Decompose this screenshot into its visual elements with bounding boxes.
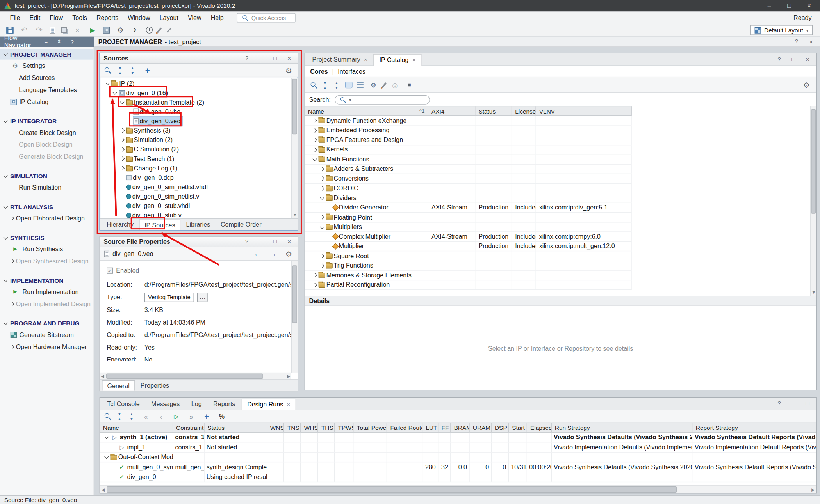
paste-icon[interactable]: [61, 27, 67, 33]
tree-item-div-gen-0-sim-netlist-v[interactable]: div_gen_0_sim_netlist.v: [100, 192, 291, 201]
target-disabled-icon[interactable]: ◎: [390, 80, 399, 90]
collapse-all-icon[interactable]: [323, 81, 329, 89]
add-icon[interactable]: +: [202, 412, 211, 421]
settings-icon[interactable]: ⚙: [116, 25, 125, 35]
expand-all-icon[interactable]: [130, 67, 136, 74]
chevron-right-icon[interactable]: [320, 167, 324, 171]
sources-vertical-scrollbar[interactable]: ▼: [291, 78, 298, 218]
column-header-lut[interactable]: LUT: [422, 423, 438, 432]
column-header-name[interactable]: Name^1: [305, 106, 428, 115]
sidebar-section-program-and-debug[interactable]: PROGRAM AND DEBUG: [0, 318, 94, 329]
sidebar-item-generate-block-design[interactable]: Generate Block Design: [0, 151, 94, 163]
settings-icon[interactable]: ⚙: [284, 66, 293, 75]
close-button[interactable]: ×: [806, 2, 813, 9]
settings-icon[interactable]: ⚙: [802, 80, 811, 90]
tree-item-div-gen-0-stub-v[interactable]: div_gen_0_stub.v: [100, 211, 291, 218]
column-header-run-strategy[interactable]: Run Strategy: [552, 423, 693, 432]
scrollbar-thumb[interactable]: [107, 486, 677, 493]
maximize-icon[interactable]: □: [270, 237, 280, 246]
catalog-row-multiplier[interactable]: MultiplierProductionIncludedxilinx.com:i…: [305, 241, 632, 251]
catalog-row-memories-storage-elements[interactable]: Memories & Storage Elements: [305, 271, 632, 280]
column-header-start[interactable]: Start: [509, 423, 527, 432]
menu-help[interactable]: Help: [206, 12, 228, 23]
catalog-row-math-functions[interactable]: Math Functions: [305, 154, 632, 164]
tab-hierarchy[interactable]: Hierarchy: [102, 220, 138, 230]
close-icon[interactable]: ×: [412, 57, 416, 63]
float-icon[interactable]: ⇕: [54, 37, 64, 46]
tree-item-div-gen-0-dcp[interactable]: div_gen_0.dcp: [100, 173, 291, 182]
scroll-down-icon[interactable]: ▼: [812, 291, 816, 295]
close-icon[interactable]: ×: [285, 237, 294, 246]
tab-design-runs[interactable]: Design Runs×: [241, 399, 296, 410]
tree-item-c-simulation-2[interactable]: C Simulation (2): [100, 145, 291, 154]
layout-selector[interactable]: Default Layout ▾: [750, 25, 813, 35]
catalog-row-kernels[interactable]: Kernels: [305, 145, 632, 155]
minimize-icon[interactable]: –: [789, 399, 798, 408]
maximize-button[interactable]: □: [786, 2, 793, 9]
catalog-row-embedded-processing[interactable]: Embedded Processing: [305, 126, 632, 135]
catalog-row-multipliers[interactable]: Multipliers: [305, 222, 632, 232]
menu-window[interactable]: Window: [123, 12, 155, 23]
chevron-down-icon[interactable]: [106, 81, 110, 85]
view-cores[interactable]: Cores: [310, 67, 328, 75]
sidebar-item-generate-bitstream[interactable]: Generate Bitstream: [0, 328, 94, 341]
chevron-right-icon[interactable]: [313, 119, 317, 122]
scrollbar-thumb[interactable]: [292, 79, 297, 134]
column-header-report-strategy[interactable]: Report Strategy: [693, 423, 816, 432]
chevron-right-icon[interactable]: [313, 138, 317, 142]
tab-log[interactable]: Log: [186, 398, 207, 410]
type-combo[interactable]: Verilog Template: [144, 293, 194, 302]
runs-horizontal-scrollbar[interactable]: ◀ ▶: [100, 485, 816, 493]
step-forward-icon[interactable]: »: [187, 412, 196, 421]
chevron-right-icon[interactable]: [120, 138, 124, 142]
chevron-down-icon[interactable]: [320, 224, 324, 228]
sidebar-item-run-simulation[interactable]: Run Simulation: [0, 181, 94, 193]
run-row-impl-1[interactable]: impl_1constrs_1Not startedVivado Impleme…: [100, 442, 816, 452]
help-icon[interactable]: ?: [792, 37, 801, 46]
catalog-row-cordic[interactable]: CORDIC: [305, 184, 632, 193]
column-header-name[interactable]: Name: [100, 423, 173, 432]
percent-icon[interactable]: %: [217, 412, 226, 421]
catalog-row-trig-functions[interactable]: Trig Functions: [305, 261, 632, 271]
column-header-failed-routes[interactable]: Failed Routes: [387, 423, 422, 432]
add-ip-icon[interactable]: [381, 82, 387, 88]
maximize-icon[interactable]: □: [270, 53, 280, 63]
expand-all-icon[interactable]: [129, 413, 135, 420]
sum-icon[interactable]: Σ: [131, 25, 140, 35]
sfp-panel-header[interactable]: Source File Properties ?–□×: [100, 237, 298, 247]
sfp-vertical-scrollbar[interactable]: [291, 261, 298, 373]
menu-flow[interactable]: Flow: [45, 12, 68, 23]
catalog-row-divider-generator[interactable]: Divider GeneratorAXI4-StreamProductionIn…: [305, 203, 632, 213]
chevron-right-icon[interactable]: [320, 176, 324, 180]
help-icon[interactable]: ?: [242, 237, 251, 246]
tree-item-div-gen-0-veo[interactable]: div_gen_0.veo: [100, 117, 291, 126]
column-header-status[interactable]: Status: [475, 106, 512, 115]
sidebar-item-settings[interactable]: ⚙Settings: [0, 60, 94, 72]
sidebar-item-ip-catalog[interactable]: IP Catalog: [0, 96, 94, 108]
column-header-wns[interactable]: WNS: [267, 423, 284, 432]
collapse-all-icon[interactable]: [117, 413, 123, 420]
run-row-out-of-context-module-runs[interactable]: Out-of-Context Module Runs: [100, 453, 816, 462]
close-icon[interactable]: ×: [364, 57, 367, 63]
column-header-bram[interactable]: BRAM: [451, 423, 470, 432]
close-icon[interactable]: ×: [285, 53, 294, 63]
sidebar-item-language-templates[interactable]: Language Templates: [0, 83, 94, 96]
chevron-right-icon[interactable]: [320, 254, 324, 258]
sidebar-section-simulation[interactable]: SIMULATION: [0, 171, 94, 181]
chevron-down-icon[interactable]: [105, 454, 109, 458]
scrollbar-thumb[interactable]: [811, 109, 816, 214]
scroll-right-icon[interactable]: ▶: [287, 374, 290, 379]
sidebar-item-open-synthesized-design[interactable]: Open Synthesized Design: [0, 255, 94, 267]
menu-icon[interactable]: ≡: [41, 37, 51, 46]
column-header-tpws[interactable]: TPWS: [335, 423, 354, 432]
menu-file[interactable]: File: [5, 12, 25, 23]
column-header-vlnv[interactable]: VLNV: [536, 106, 632, 115]
sidebar-item-open-elaborated-design[interactable]: Open Elaborated Design: [0, 212, 94, 224]
column-header-dsp[interactable]: DSP: [492, 423, 509, 432]
minimize-icon[interactable]: –: [80, 37, 90, 46]
chevron-right-icon[interactable]: [320, 215, 324, 219]
expand-all-icon[interactable]: [334, 81, 340, 89]
menu-view[interactable]: View: [183, 12, 206, 23]
search-icon[interactable]: [310, 81, 317, 89]
tab-libraries[interactable]: Libraries: [182, 220, 215, 230]
